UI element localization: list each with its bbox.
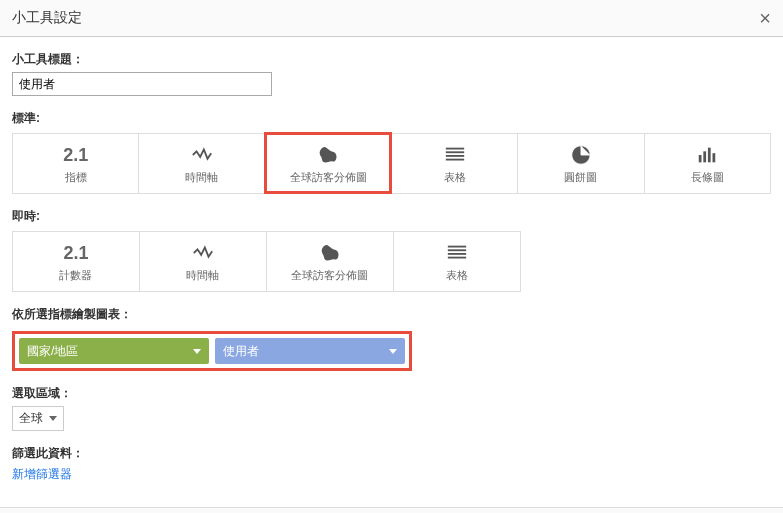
tile-label: 全球訪客分佈圖 xyxy=(290,170,367,185)
map-icon xyxy=(316,144,340,166)
tile-label: 時間軸 xyxy=(185,170,218,185)
tile-standard-metric[interactable]: 2.1 指標 xyxy=(12,133,138,193)
chevron-down-icon xyxy=(389,349,397,354)
metric-dropdown[interactable]: 使用者 xyxy=(215,338,405,364)
tile-standard-bar[interactable]: 長條圖 xyxy=(644,133,770,193)
svg-rect-11 xyxy=(447,257,465,259)
dim-metric-label: 依所選指標繪製圖表： xyxy=(12,306,771,323)
tile-realtime-table[interactable]: 表格 xyxy=(393,231,520,291)
standard-label: 標準: xyxy=(12,110,771,127)
tile-label: 指標 xyxy=(65,170,87,185)
svg-rect-6 xyxy=(708,148,711,163)
svg-rect-2 xyxy=(445,155,463,157)
tile-label: 圓餅圖 xyxy=(564,170,597,185)
tile-label: 表格 xyxy=(446,268,468,283)
tile-realtime-timeline[interactable]: 時間軸 xyxy=(139,231,266,291)
add-filter-link[interactable]: 新增篩選器 xyxy=(12,467,72,481)
tile-label: 時間軸 xyxy=(186,268,219,283)
tile-label: 長條圖 xyxy=(691,170,724,185)
widget-title-input[interactable] xyxy=(12,72,272,96)
realtime-label: 即時: xyxy=(12,208,771,225)
bar-icon xyxy=(695,144,719,166)
svg-rect-4 xyxy=(699,155,702,162)
timeline-icon xyxy=(190,144,214,166)
region-section: 選取區域： 全球 xyxy=(12,385,771,431)
map-icon xyxy=(318,242,342,264)
filter-section: 篩選此資料： 新增篩選器 xyxy=(12,445,771,483)
dim-metric-highlight: 國家/地區 使用者 xyxy=(12,331,412,371)
chevron-down-icon xyxy=(49,416,57,421)
region-value: 全球 xyxy=(19,410,43,427)
tile-label: 全球訪客分佈圖 xyxy=(291,268,368,283)
tile-label: 計數器 xyxy=(59,268,92,283)
svg-rect-1 xyxy=(445,151,463,153)
svg-rect-9 xyxy=(447,249,465,251)
svg-rect-3 xyxy=(445,159,463,161)
svg-rect-7 xyxy=(713,153,716,162)
close-icon[interactable]: × xyxy=(759,8,771,28)
dialog-footer: 儲存 取消 複製小工具 刪除小工具 xyxy=(0,507,783,513)
region-label: 選取區域： xyxy=(12,385,771,402)
region-select[interactable]: 全球 xyxy=(12,406,64,431)
svg-rect-5 xyxy=(704,151,707,162)
table-icon xyxy=(443,144,467,166)
title-label: 小工具標題： xyxy=(12,51,771,68)
timeline-icon xyxy=(191,242,215,264)
svg-rect-10 xyxy=(447,253,465,255)
standard-row: 2.1 指標 時間軸 全球訪客分佈圖 表格 xyxy=(12,133,771,194)
chevron-down-icon xyxy=(193,349,201,354)
tile-realtime-counter[interactable]: 2.1 計數器 xyxy=(12,231,139,291)
counter-number-icon: 2.1 xyxy=(63,242,88,264)
tile-standard-geomap[interactable]: 全球訪客分佈圖 xyxy=(265,133,391,193)
metric-value: 使用者 xyxy=(223,343,259,360)
tile-label: 表格 xyxy=(444,170,466,185)
filter-label: 篩選此資料： xyxy=(12,445,771,462)
tile-standard-table[interactable]: 表格 xyxy=(391,133,517,193)
dimension-value: 國家/地區 xyxy=(27,343,78,360)
realtime-row: 2.1 計數器 時間軸 全球訪客分佈圖 表格 xyxy=(12,231,521,292)
dialog-title: 小工具設定 xyxy=(12,9,82,27)
realtime-section: 即時: 2.1 計數器 時間軸 全球訪客分佈圖 xyxy=(12,208,771,292)
tile-standard-pie[interactable]: 圓餅圖 xyxy=(517,133,643,193)
tile-realtime-geomap[interactable]: 全球訪客分佈圖 xyxy=(266,231,393,291)
svg-rect-0 xyxy=(445,148,463,150)
pie-icon xyxy=(569,144,593,166)
table-icon xyxy=(445,242,469,264)
metric-number-icon: 2.1 xyxy=(63,144,88,166)
svg-rect-8 xyxy=(447,246,465,248)
dialog-body: 小工具標題： 標準: 2.1 指標 時間軸 全球訪客分佈圖 xyxy=(0,37,783,507)
title-section: 小工具標題： xyxy=(12,51,771,96)
dim-metric-section: 依所選指標繪製圖表： 國家/地區 使用者 xyxy=(12,306,771,371)
dimension-dropdown[interactable]: 國家/地區 xyxy=(19,338,209,364)
standard-section: 標準: 2.1 指標 時間軸 全球訪客分佈圖 xyxy=(12,110,771,194)
tile-standard-timeline[interactable]: 時間軸 xyxy=(138,133,264,193)
dialog-header: 小工具設定 × xyxy=(0,0,783,37)
